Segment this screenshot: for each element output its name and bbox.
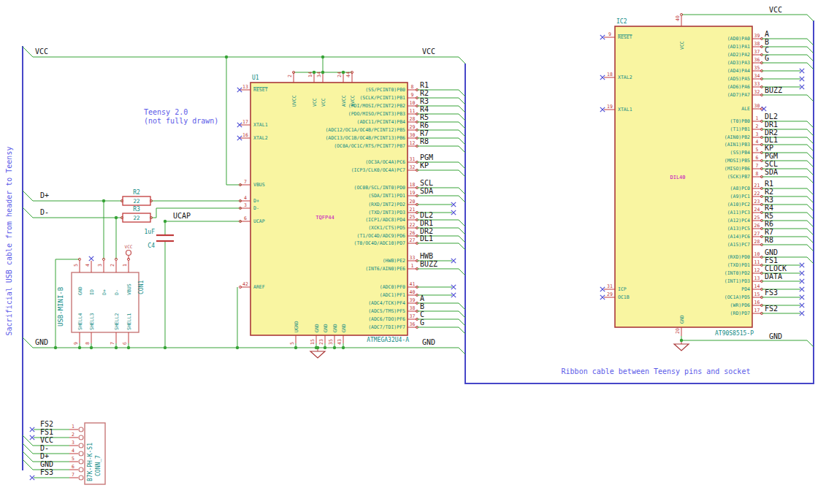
junction-dot <box>342 346 345 349</box>
net-label[interactable]: D- <box>40 444 49 452</box>
pin-number: 10 <box>410 100 416 106</box>
net-label[interactable]: C <box>420 310 424 318</box>
net-label[interactable]: R2 <box>765 188 773 196</box>
pin-name: (A8)PC0 <box>730 186 750 191</box>
component-value: AT90S8515-P <box>715 330 754 337</box>
net-label[interactable]: GND <box>40 460 53 468</box>
net-label[interactable]: R5 <box>420 113 429 121</box>
net-label[interactable]: R6 <box>765 220 773 228</box>
net-label[interactable]: SCL <box>420 179 433 187</box>
net-label[interactable]: C <box>765 46 769 54</box>
net-label[interactable]: A <box>765 30 769 38</box>
pin-name: (A10)PC2 <box>727 202 750 207</box>
pin-number: 38 <box>410 305 416 311</box>
net-label[interactable]: B <box>765 38 769 46</box>
pin-name: GND <box>341 324 347 332</box>
net-label[interactable]: R3 <box>420 97 429 105</box>
pin-number: 35 <box>754 65 760 71</box>
wire <box>807 55 814 61</box>
pin-number: 24 <box>337 72 343 77</box>
wire <box>459 170 465 177</box>
net-label[interactable]: R1 <box>765 180 773 188</box>
net-label[interactable]: FS2 <box>40 420 53 428</box>
net-label[interactable]: UCAP <box>173 212 191 220</box>
pin-name: (ADC0)PF0 <box>380 284 405 290</box>
net-label[interactable]: G <box>765 54 769 62</box>
net-label[interactable]: R8 <box>420 137 429 145</box>
pin-name: (SCK)PB7 <box>727 174 750 180</box>
pin-number: 31 <box>410 156 416 162</box>
pin-name: (ADC7/TDI)PF7 <box>368 324 405 330</box>
net-label[interactable]: DATA <box>765 272 782 280</box>
net-label[interactable]: FS3 <box>765 289 778 297</box>
net-label[interactable]: VCC <box>35 47 48 56</box>
pin-name: (AD1)PA1 <box>727 44 750 50</box>
net-label[interactable]: R2 <box>420 89 429 97</box>
net-label[interactable]: R4 <box>420 105 429 113</box>
net-label[interactable]: R6 <box>420 121 429 129</box>
net-label[interactable]: R8 <box>765 236 773 244</box>
net-label[interactable]: DL2 <box>765 112 778 121</box>
pin-number: 14 <box>307 72 313 77</box>
net-label[interactable]: DR1 <box>765 121 778 129</box>
net-label[interactable]: A <box>420 294 424 302</box>
net-label[interactable]: FS1 <box>40 428 53 436</box>
net-label[interactable]: FS1 <box>765 256 778 264</box>
net-label[interactable]: R5 <box>765 212 773 220</box>
conn7-pin-pad <box>79 427 83 432</box>
net-label[interactable]: KP <box>420 161 429 169</box>
net-label[interactable]: R7 <box>420 129 429 137</box>
pin-name: (RXD)PD0 <box>727 254 750 260</box>
net-label[interactable]: R4 <box>765 204 773 212</box>
net-label[interactable]: GND <box>765 248 778 256</box>
pin-number: 32 <box>754 89 760 95</box>
net-label[interactable]: G <box>420 318 424 327</box>
net-label[interactable]: FS3 <box>40 468 53 476</box>
net-label[interactable]: B <box>420 302 424 310</box>
pin-name: (AD5)PA5 <box>727 76 750 82</box>
wire <box>459 196 465 202</box>
wire <box>807 15 814 21</box>
pin-name: AREF <box>253 284 265 290</box>
net-label[interactable]: D+ <box>40 452 49 460</box>
net-label[interactable]: D- <box>40 208 49 216</box>
net-label[interactable]: VCC <box>422 47 435 56</box>
pin-number: 26 <box>410 230 416 236</box>
component-ref: R3 <box>133 206 140 213</box>
net-label[interactable]: BUZZ <box>420 260 437 268</box>
pin-number: 29 <box>410 124 416 130</box>
net-label[interactable]: R1 <box>420 81 429 89</box>
net-label[interactable]: BUZZ <box>765 86 782 94</box>
net-label[interactable]: VCC <box>40 436 53 444</box>
net-label[interactable]: PGM <box>765 152 778 160</box>
net-label[interactable]: CLOCK <box>765 264 787 272</box>
net-label[interactable]: D+ <box>40 191 49 199</box>
pin-name: (OC0B/SCL/INT0)PD0 <box>354 185 406 191</box>
net-label[interactable]: HWB <box>420 252 433 260</box>
net-label[interactable]: SDA <box>420 187 433 195</box>
wire <box>23 459 33 470</box>
pin-name: (OC1A)PD5 <box>724 294 750 300</box>
net-label[interactable]: R7 <box>765 228 773 236</box>
wire <box>807 169 814 175</box>
pin-name: (RD)PD7 <box>730 310 750 316</box>
net-label[interactable]: DL1 <box>420 234 433 243</box>
net-label[interactable]: DL2 <box>420 211 433 219</box>
pin-name: GND <box>679 315 685 324</box>
net-label[interactable]: GND <box>35 338 48 346</box>
net-label[interactable]: DL1 <box>765 136 778 144</box>
net-label[interactable]: GND <box>422 338 435 346</box>
net-label[interactable]: SDA <box>765 168 778 176</box>
net-label[interactable]: PGM <box>420 153 433 161</box>
pin-name: PD4 <box>741 286 750 292</box>
net-label[interactable]: R3 <box>765 196 773 204</box>
net-label[interactable]: GND <box>769 332 782 340</box>
wire <box>459 90 465 96</box>
net-label[interactable]: KP <box>765 144 773 152</box>
net-label[interactable]: FS2 <box>765 305 778 313</box>
net-label[interactable]: VCC <box>769 6 782 14</box>
net-label[interactable]: DR1 <box>420 219 433 227</box>
net-label[interactable]: SCL <box>765 160 778 168</box>
conn7-pin-pad <box>79 451 83 456</box>
pin-name: OC1B <box>618 294 630 300</box>
